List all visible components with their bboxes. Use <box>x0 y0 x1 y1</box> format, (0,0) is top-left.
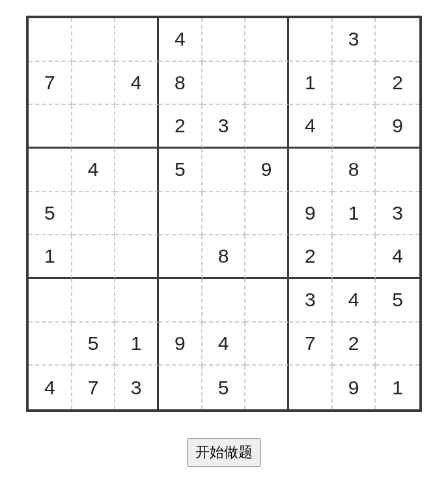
sudoku-cell[interactable]: 1 <box>333 192 376 236</box>
sudoku-cell[interactable] <box>245 235 289 279</box>
sudoku-cell[interactable]: 3 <box>333 18 376 62</box>
sudoku-board: 4 3 7 4 8 1 2 2 3 4 9 4 5 9 8 5 9 1 3 1 … <box>26 16 422 412</box>
sudoku-cell[interactable] <box>376 323 419 366</box>
sudoku-cell[interactable]: 9 <box>376 105 419 149</box>
sudoku-cell[interactable]: 7 <box>29 62 72 106</box>
sudoku-cell[interactable]: 4 <box>289 105 333 149</box>
sudoku-cell[interactable] <box>159 366 203 409</box>
sudoku-cell[interactable] <box>115 192 159 236</box>
start-button[interactable]: 开始做题 <box>187 438 261 467</box>
sudoku-cell[interactable]: 5 <box>72 323 116 366</box>
sudoku-cell[interactable] <box>29 149 72 192</box>
sudoku-cell[interactable] <box>72 18 116 62</box>
sudoku-cell[interactable] <box>203 62 246 106</box>
sudoku-cell[interactable]: 5 <box>159 149 203 192</box>
sudoku-cell[interactable] <box>29 18 72 62</box>
sudoku-cell[interactable] <box>159 192 203 236</box>
sudoku-cell[interactable]: 4 <box>72 149 116 192</box>
sudoku-cell[interactable] <box>203 279 246 323</box>
sudoku-cell[interactable] <box>245 105 289 149</box>
sudoku-cell[interactable]: 7 <box>72 366 116 409</box>
sudoku-cell[interactable] <box>245 18 289 62</box>
sudoku-cell[interactable] <box>333 235 376 279</box>
sudoku-cell[interactable] <box>289 366 333 409</box>
sudoku-cell[interactable]: 5 <box>203 366 246 409</box>
sudoku-cell[interactable]: 3 <box>203 105 246 149</box>
sudoku-cell[interactable] <box>333 62 376 106</box>
sudoku-cell[interactable]: 9 <box>333 366 376 409</box>
sudoku-cell[interactable]: 4 <box>203 323 246 366</box>
sudoku-cell[interactable] <box>289 18 333 62</box>
sudoku-cell[interactable]: 2 <box>333 323 376 366</box>
sudoku-cell[interactable]: 3 <box>115 366 159 409</box>
sudoku-cell[interactable]: 4 <box>29 366 72 409</box>
sudoku-cell[interactable] <box>245 192 289 236</box>
sudoku-cell[interactable]: 5 <box>29 192 72 236</box>
sudoku-cell[interactable]: 3 <box>289 279 333 323</box>
sudoku-cell[interactable]: 5 <box>376 279 419 323</box>
sudoku-cell[interactable]: 7 <box>289 323 333 366</box>
sudoku-cell[interactable] <box>245 279 289 323</box>
sudoku-cell[interactable] <box>115 18 159 62</box>
sudoku-cell[interactable]: 4 <box>376 235 419 279</box>
sudoku-cell[interactable] <box>376 149 419 192</box>
sudoku-cell[interactable] <box>203 149 246 192</box>
sudoku-cell[interactable] <box>376 18 419 62</box>
sudoku-cell[interactable]: 9 <box>245 149 289 192</box>
sudoku-cell[interactable]: 3 <box>376 192 419 236</box>
sudoku-cell[interactable]: 8 <box>333 149 376 192</box>
sudoku-cell[interactable] <box>333 105 376 149</box>
sudoku-cell[interactable] <box>72 62 116 106</box>
sudoku-cell[interactable]: 8 <box>203 235 246 279</box>
controls: 开始做题 <box>187 438 261 467</box>
sudoku-cell[interactable]: 4 <box>159 18 203 62</box>
sudoku-cell[interactable] <box>159 279 203 323</box>
sudoku-cell[interactable] <box>115 235 159 279</box>
sudoku-cell[interactable] <box>72 279 116 323</box>
sudoku-cell[interactable] <box>245 62 289 106</box>
sudoku-cell[interactable]: 2 <box>159 105 203 149</box>
sudoku-cell[interactable] <box>203 192 246 236</box>
sudoku-cell[interactable] <box>245 366 289 409</box>
sudoku-cell[interactable]: 8 <box>159 62 203 106</box>
sudoku-cell[interactable] <box>203 18 246 62</box>
sudoku-cell[interactable]: 4 <box>115 62 159 106</box>
sudoku-cell[interactable] <box>72 235 116 279</box>
sudoku-cell[interactable]: 1 <box>289 62 333 106</box>
sudoku-cell[interactable] <box>115 149 159 192</box>
sudoku-cell[interactable]: 2 <box>376 62 419 106</box>
sudoku-cell[interactable] <box>289 149 333 192</box>
sudoku-cell[interactable]: 9 <box>289 192 333 236</box>
sudoku-cell[interactable]: 1 <box>29 235 72 279</box>
sudoku-cell[interactable] <box>29 323 72 366</box>
sudoku-cell[interactable] <box>115 105 159 149</box>
sudoku-cell[interactable] <box>159 235 203 279</box>
sudoku-cell[interactable]: 9 <box>159 323 203 366</box>
sudoku-cell[interactable] <box>29 105 72 149</box>
sudoku-cell[interactable] <box>245 323 289 366</box>
sudoku-cell[interactable]: 1 <box>115 323 159 366</box>
sudoku-cell[interactable]: 2 <box>289 235 333 279</box>
sudoku-cell[interactable]: 4 <box>333 279 376 323</box>
sudoku-cell[interactable] <box>72 105 116 149</box>
sudoku-cell[interactable] <box>115 279 159 323</box>
sudoku-cell[interactable] <box>72 192 116 236</box>
sudoku-cell[interactable] <box>29 279 72 323</box>
sudoku-cell[interactable]: 1 <box>376 366 419 409</box>
